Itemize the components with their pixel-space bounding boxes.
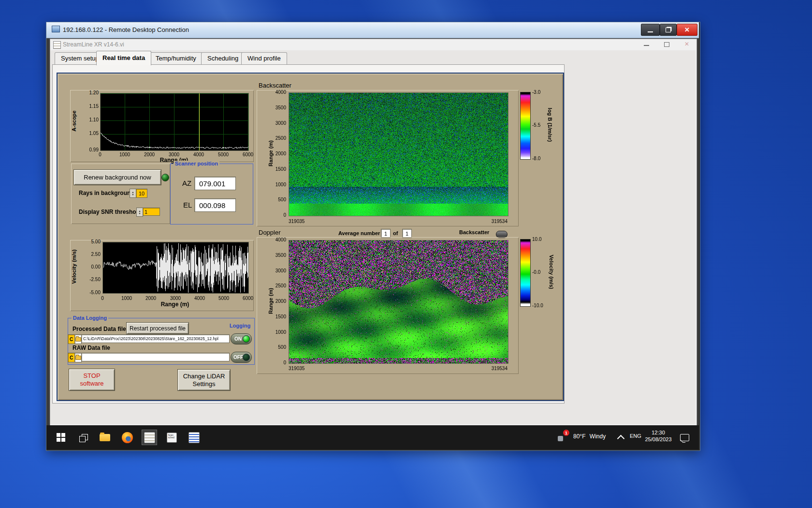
y-tick: 3000: [267, 120, 286, 126]
y-tick: 1500: [267, 314, 286, 319]
backscatter-x-end: 319534: [474, 219, 508, 224]
rays-value: 10: [139, 191, 145, 196]
doppler-x-end: 319534: [474, 366, 508, 371]
processed-path-field[interactable]: C:\LiDAR\Data\Proc\2023\202308\20230825\…: [81, 334, 230, 343]
start-button[interactable]: [53, 430, 69, 445]
ascope-ylabel: A-scope: [71, 87, 77, 155]
velocity-xlabel: Range (m): [151, 301, 199, 308]
snr-value-field[interactable]: 1: [143, 208, 160, 216]
renew-background-label: Renew background now: [84, 174, 151, 181]
backscatter-title: Backscatter: [259, 82, 291, 89]
restart-processed-file-label: Restart processed file: [130, 325, 186, 332]
doppler-title: Doppler: [259, 229, 281, 236]
app-icon: [53, 41, 61, 49]
rays-spinner[interactable]: ▲▼: [130, 189, 136, 198]
tray-expand-button[interactable]: [615, 430, 626, 445]
tab-scheduling[interactable]: Scheduling: [201, 52, 245, 64]
off-led-icon: [243, 354, 250, 361]
data-logging-title: Data Logging: [72, 315, 108, 321]
renew-led-indicator: [161, 174, 169, 181]
x-tick: 4000: [190, 296, 209, 301]
y-tick: 2500: [267, 135, 286, 141]
weather-widget[interactable]: 80°F Windy: [573, 433, 606, 440]
y-tick: 2000: [267, 151, 286, 156]
processed-path-value: C:\LiDAR\Data\Proc\2023\202308\20230825\…: [83, 336, 218, 341]
x-tick: 1000: [117, 296, 136, 301]
snr-value: 1: [145, 209, 147, 215]
y-tick: 4000: [267, 90, 286, 95]
processed-browse-button[interactable]: [74, 334, 82, 344]
tray-notification-badge-group[interactable]: 1: [557, 430, 569, 442]
logging-label: Logging: [228, 323, 252, 329]
processed-data-file-label: Processed Data file: [72, 326, 126, 332]
y-tick: 2000: [267, 299, 286, 304]
snr-spinner[interactable]: ▲▼: [136, 208, 143, 217]
terminal-app-button[interactable]: [186, 430, 202, 445]
stop-software-button[interactable]: STOP software: [69, 369, 115, 391]
y-tick: 0: [267, 212, 286, 218]
y-tick: 1.10: [80, 117, 99, 122]
doppler-plot-canvas: [289, 240, 508, 364]
change-lidar-settings-button[interactable]: Change LiDAR Settings: [177, 369, 231, 391]
tab-real-time-data[interactable]: Real time data: [96, 51, 151, 65]
labview-app-button[interactable]: [142, 430, 157, 445]
az-value-field[interactable]: 079.001: [194, 177, 236, 190]
firefox-button[interactable]: [119, 430, 135, 445]
average-number-label: Average number: [338, 230, 380, 236]
task-view-button[interactable]: [75, 430, 91, 445]
el-value-field[interactable]: 000.098: [194, 198, 236, 212]
app-minimize-icon[interactable]: [644, 45, 649, 46]
labview-app-icon: [144, 432, 155, 443]
x-tick: 1000: [115, 152, 134, 157]
scan-schedule-icon: Scansched: [167, 433, 177, 443]
raw-drive-box[interactable]: C: [68, 353, 75, 362]
language-indicator[interactable]: ENG: [630, 433, 641, 439]
scanner-position-frame: [170, 164, 253, 224]
rdp-maximize-button[interactable]: [660, 24, 677, 36]
cbar-tick: -3.0: [532, 90, 540, 95]
cbar-tick: -10.0: [532, 303, 543, 308]
stop-label-1: STOP: [83, 372, 100, 380]
restart-processed-file-button[interactable]: Restart processed file: [126, 322, 189, 334]
backscatter-plot-canvas: [289, 92, 508, 216]
renew-background-button[interactable]: Renew background now: [73, 169, 161, 185]
y-tick: 0: [267, 360, 286, 365]
clock[interactable]: 12:30 25/08/2023: [643, 429, 674, 443]
rdp-minimize-button[interactable]: [641, 24, 660, 36]
tray-app-icon: [558, 436, 563, 441]
y-tick: -2.50: [79, 277, 101, 282]
raw-path-field[interactable]: [81, 353, 230, 361]
processed-drive-box[interactable]: C: [68, 334, 75, 344]
app-close-icon[interactable]: ✕: [684, 41, 689, 47]
desktop: 192.168.0.122 - Remote Desktop Connectio…: [0, 0, 812, 508]
firefox-icon: [122, 432, 133, 443]
doppler-x-start: 319035: [289, 366, 304, 371]
y-tick: 2.50: [79, 252, 101, 257]
badge-count: 1: [565, 431, 567, 435]
app-maximize-icon[interactable]: [664, 42, 669, 47]
tab-temp-humidity[interactable]: Temp/humidity: [149, 52, 203, 64]
terminal-app-icon: [188, 432, 200, 443]
tab-wind-profile[interactable]: Wind profile: [241, 52, 287, 64]
action-center-button[interactable]: [678, 430, 691, 445]
windows-logo-icon: [57, 433, 65, 442]
raw-browse-button[interactable]: [74, 353, 82, 362]
x-tick: 5000: [214, 296, 233, 301]
y-tick: 1000: [267, 182, 286, 187]
file-explorer-button[interactable]: [97, 430, 113, 445]
scan-schedule-button[interactable]: Scansched: [164, 430, 179, 445]
backscatter-cbar-label: log B (1/m/sr): [547, 91, 553, 159]
cbar-tick: -0.0: [532, 269, 540, 275]
average-number-value: 1: [384, 231, 387, 237]
average-total-value: 1: [406, 231, 408, 237]
change-settings-label-2: Settings: [193, 380, 216, 388]
y-tick: 1000: [267, 329, 286, 335]
restore-icon: [666, 28, 671, 32]
file-explorer-icon: [100, 434, 110, 441]
el-label: EL: [183, 201, 192, 209]
weather-temp: 80°F: [573, 433, 585, 440]
raw-logging-off-switch[interactable]: OFF: [231, 352, 252, 363]
rays-value-field[interactable]: 10: [136, 189, 147, 198]
processed-logging-on-switch[interactable]: ON: [231, 333, 252, 344]
rdp-close-button[interactable]: ✕: [677, 24, 697, 36]
